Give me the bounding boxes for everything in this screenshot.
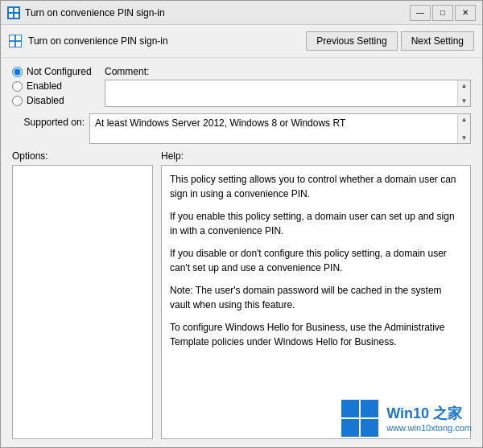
window-icon bbox=[7, 6, 20, 19]
comment-textarea-wrapper: ▲ ▼ bbox=[105, 80, 471, 107]
help-para-2: If you enable this policy setting, a dom… bbox=[170, 209, 462, 238]
main-window: Turn on convenience PIN sign-in — □ ✕ Tu… bbox=[0, 0, 483, 448]
prev-setting-button[interactable]: Previous Setting bbox=[306, 31, 397, 51]
top-area: Not Configured Enabled Disabled Comment: bbox=[12, 66, 471, 107]
supported-value: At least Windows Server 2012, Windows 8 … bbox=[90, 114, 457, 143]
header-title: Turn on convenience PIN sign-in bbox=[28, 35, 299, 47]
panels-section: Options: Help: This policy setting allow… bbox=[12, 150, 471, 439]
window-title: Turn on convenience PIN sign-in bbox=[25, 7, 165, 18]
header-icon bbox=[9, 35, 22, 47]
help-para-3: If you disable or don't configure this p… bbox=[170, 246, 462, 275]
radio-disabled-label: Disabled bbox=[27, 95, 64, 106]
radio-not-configured-label: Not Configured bbox=[27, 66, 92, 77]
radio-enabled-input[interactable] bbox=[12, 81, 23, 92]
options-box bbox=[12, 165, 153, 439]
scroll-down-icon[interactable]: ▼ bbox=[460, 96, 469, 106]
header-buttons: Previous Setting Next Setting bbox=[306, 31, 474, 51]
svg-rect-2 bbox=[9, 14, 13, 18]
help-box[interactable]: This policy setting allows you to contro… bbox=[161, 165, 471, 439]
radio-not-configured-input[interactable] bbox=[12, 67, 23, 77]
radio-enabled[interactable]: Enabled bbox=[12, 80, 97, 92]
title-bar-controls: — □ ✕ bbox=[410, 5, 476, 21]
next-setting-button[interactable]: Next Setting bbox=[401, 31, 474, 51]
scroll-up-icon[interactable]: ▲ bbox=[460, 80, 469, 91]
supported-wrapper: At least Windows Server 2012, Windows 8 … bbox=[89, 113, 471, 144]
title-bar-left: Turn on convenience PIN sign-in bbox=[7, 6, 165, 19]
maximize-button[interactable]: □ bbox=[432, 5, 453, 21]
title-bar: Turn on convenience PIN sign-in — □ ✕ bbox=[1, 1, 482, 25]
help-title: Help: bbox=[161, 150, 471, 162]
svg-rect-1 bbox=[14, 8, 19, 12]
minimize-button[interactable]: — bbox=[410, 5, 431, 21]
radio-enabled-label: Enabled bbox=[27, 80, 62, 92]
help-para-1: This policy setting allows you to contro… bbox=[170, 172, 462, 201]
svg-rect-6 bbox=[10, 42, 14, 47]
radio-disabled-input[interactable] bbox=[12, 96, 23, 106]
close-button[interactable]: ✕ bbox=[455, 5, 476, 21]
help-panel: Help: This policy setting allows you to … bbox=[161, 150, 471, 439]
options-panel: Options: bbox=[12, 150, 153, 439]
supported-scroll-up-icon[interactable]: ▲ bbox=[460, 114, 469, 125]
radio-not-configured[interactable]: Not Configured bbox=[12, 66, 97, 77]
comment-section: Comment: ▲ ▼ bbox=[105, 66, 471, 107]
main-content: Not Configured Enabled Disabled Comment: bbox=[1, 58, 482, 447]
svg-rect-0 bbox=[9, 8, 13, 12]
svg-rect-7 bbox=[16, 42, 21, 47]
comment-label: Comment: bbox=[105, 66, 471, 77]
svg-rect-4 bbox=[10, 35, 14, 40]
supported-row: Supported on: At least Windows Server 20… bbox=[12, 113, 471, 144]
help-para-5: To configure Windows Hello for Business,… bbox=[170, 320, 462, 349]
svg-rect-3 bbox=[14, 14, 19, 18]
supported-scrollbar[interactable]: ▲ ▼ bbox=[457, 114, 470, 143]
radio-disabled[interactable]: Disabled bbox=[12, 95, 97, 106]
comment-scrollbar[interactable]: ▲ ▼ bbox=[457, 80, 470, 106]
radio-group: Not Configured Enabled Disabled bbox=[12, 66, 97, 106]
comment-textarea[interactable] bbox=[105, 80, 457, 106]
help-para-4: Note: The user's domain password will be… bbox=[170, 283, 462, 312]
supported-scroll-down-icon[interactable]: ▼ bbox=[460, 133, 469, 143]
options-title: Options: bbox=[12, 150, 153, 162]
supported-label: Supported on: bbox=[12, 113, 85, 128]
header-bar: Turn on convenience PIN sign-in Previous… bbox=[1, 25, 482, 58]
svg-rect-5 bbox=[16, 35, 21, 40]
